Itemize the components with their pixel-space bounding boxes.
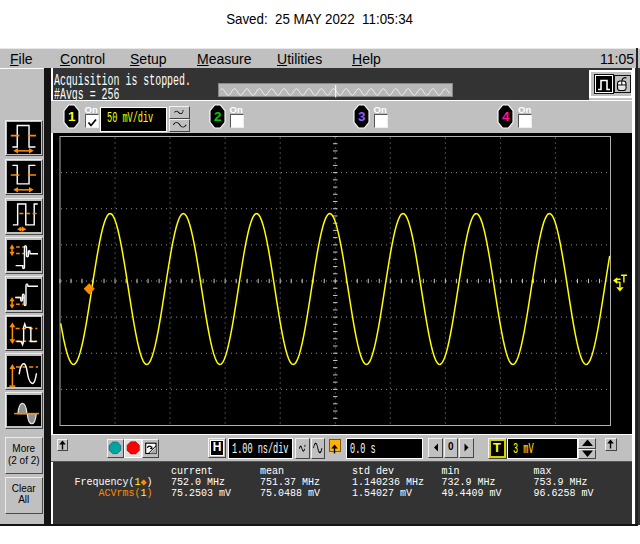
svg-text:3: 3	[358, 109, 366, 124]
svg-text:2: 2	[214, 109, 222, 124]
svg-text:1: 1	[68, 109, 76, 124]
svg-text:4: 4	[502, 109, 510, 124]
